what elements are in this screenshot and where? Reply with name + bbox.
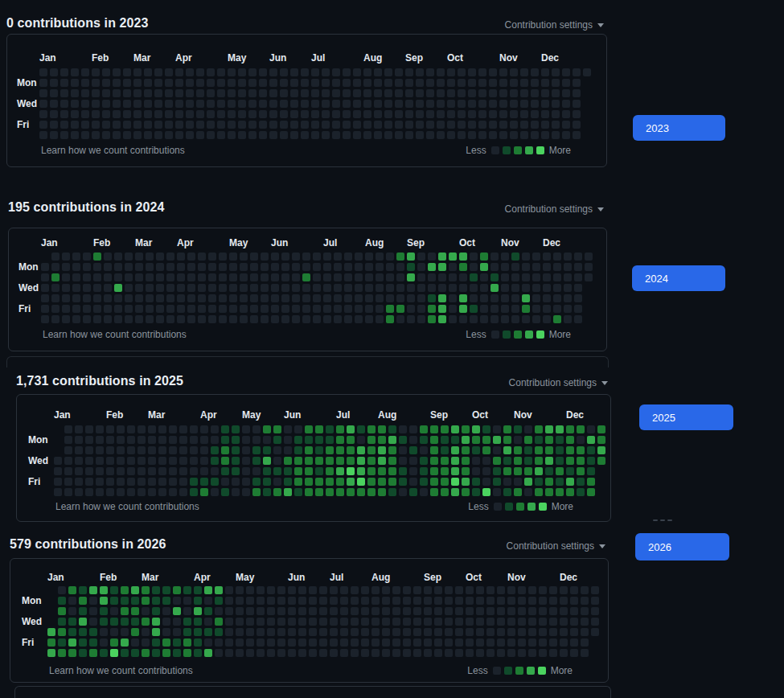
contribution-cell[interactable] [217,121,225,129]
contribution-cell[interactable] [294,446,302,454]
contribution-cell[interactable] [102,79,110,87]
contribution-cell[interactable] [371,607,380,615]
contribution-cell[interactable] [238,89,246,97]
contribution-cell[interactable] [514,446,522,454]
contribution-cell[interactable] [250,305,258,313]
contribution-cell[interactable] [507,649,515,657]
contribution-cell[interactable] [85,425,93,433]
contribution-cell[interactable] [114,263,122,271]
contribution-cell[interactable] [573,131,581,139]
contribution-cell[interactable] [273,467,281,475]
contribution-cell[interactable] [532,284,540,292]
contribution-cell[interactable] [486,618,495,626]
contribution-cell[interactable] [110,649,118,657]
contribution-cell[interactable] [560,638,568,647]
contribution-cell[interactable] [60,79,68,87]
contribution-cell[interactable] [409,457,417,465]
contribution-cell[interactable] [187,294,195,302]
contribution-cell[interactable] [110,638,118,647]
contribution-cell[interactable] [470,315,478,323]
contribution-cell[interactable] [332,89,340,97]
contribution-cell[interactable] [248,68,257,76]
contribution-cell[interactable] [106,436,114,444]
contribution-cell[interactable] [83,263,91,271]
contribution-cell[interactable] [524,425,532,433]
contribution-cell[interactable] [434,607,442,615]
contribution-cell[interactable] [361,607,369,615]
contribution-cell[interactable] [228,131,236,139]
contribution-cell[interactable] [382,597,390,605]
contribution-cell[interactable] [236,618,244,626]
contribution-cell[interactable] [518,597,526,605]
contribution-cell[interactable] [577,467,585,475]
contribution-cell[interactable] [187,273,195,281]
contribution-cell[interactable] [144,131,152,139]
contribution-cell[interactable] [246,649,254,657]
contribution-cell[interactable] [248,121,257,129]
contribution-cell[interactable] [252,446,261,454]
contribution-cell[interactable] [93,253,101,261]
contribution-cell[interactable] [229,294,237,302]
contribution-cell[interactable] [520,68,528,76]
contribution-cell[interactable] [428,305,436,313]
contribution-cell[interactable] [60,110,68,118]
contribution-cell[interactable] [41,315,49,323]
contribution-cell[interactable] [326,478,334,486]
contribution-cell[interactable] [416,89,424,97]
contribution-cell[interactable] [497,607,505,615]
contribution-cell[interactable] [131,618,139,626]
contribution-cell[interactable] [407,294,415,302]
contribution-cell[interactable] [539,638,547,647]
contribution-cell[interactable] [396,253,404,261]
contribution-cell[interactable] [271,263,279,271]
contribution-cell[interactable] [437,100,445,108]
contribution-cell[interactable] [462,478,470,486]
contribution-cell[interactable] [545,488,553,496]
contribution-cell[interactable] [355,273,363,281]
contribution-cell[interactable] [351,618,359,626]
contribution-cell[interactable] [311,121,319,129]
contribution-cell[interactable] [407,315,415,323]
contribution-cell[interactable] [503,488,511,496]
year-button-2026[interactable]: 2026 [635,533,729,560]
contribution-cell[interactable] [476,649,484,657]
contribution-cell[interactable] [85,488,93,496]
contribution-cell[interactable] [142,607,150,615]
contribution-cell[interactable] [541,68,549,76]
contribution-cell[interactable] [539,649,547,657]
contribution-cell[interactable] [392,638,400,647]
contribution-cell[interactable] [493,446,501,454]
contribution-cell[interactable] [79,597,87,605]
contribution-cell[interactable] [165,131,173,139]
contribution-cell[interactable] [298,607,306,615]
contribution-cell[interactable] [114,284,122,292]
contribution-cell[interactable] [597,446,605,454]
contribution-cell[interactable] [60,89,68,97]
contribution-cell[interactable] [531,100,539,108]
contribution-cell[interactable] [549,618,557,626]
contribution-cell[interactable] [271,305,279,313]
contribution-cell[interactable] [478,121,486,129]
contribution-cell[interactable] [336,436,344,444]
contribution-cell[interactable] [388,488,396,496]
contribution-cell[interactable] [374,131,382,139]
contribution-cell[interactable] [330,607,338,615]
contribution-cell[interactable] [83,253,91,261]
contribution-cell[interactable] [322,79,330,87]
contribution-cell[interactable] [175,79,183,87]
contribution-cell[interactable] [298,649,306,657]
contribution-cell[interactable] [72,253,80,261]
contribution-cell[interactable] [263,467,271,475]
contribution-cell[interactable] [543,284,551,292]
contribution-cell[interactable] [351,638,359,647]
contribution-cell[interactable] [489,131,497,139]
contribution-cell[interactable] [367,478,376,486]
contribution-cell[interactable] [229,315,237,323]
contribution-cell[interactable] [386,253,394,261]
contribution-cell[interactable] [535,478,543,486]
contribution-cell[interactable] [392,618,400,626]
contribution-cell[interactable] [277,597,285,605]
contribution-cell[interactable] [72,273,80,281]
contribution-cell[interactable] [142,597,150,605]
contribution-cell[interactable] [104,315,112,323]
